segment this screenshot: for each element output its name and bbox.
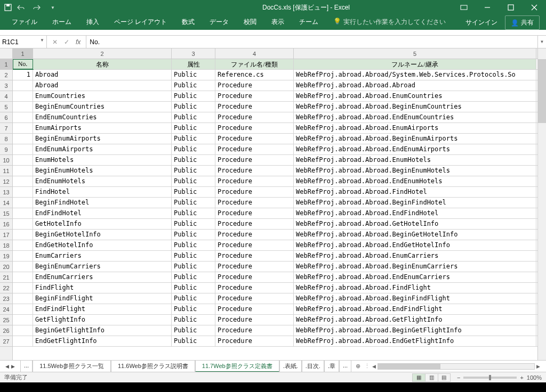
tab-data[interactable]: データ: [202, 14, 236, 30]
cell[interactable]: Public: [172, 208, 215, 218]
row-header[interactable]: 21: [0, 272, 12, 283]
share-button[interactable]: 👤 共有: [505, 15, 540, 30]
select-all-corner[interactable]: [0, 48, 12, 59]
cell[interactable]: WebRefProj.abroad.Abroad.EnumCarriers: [294, 251, 536, 261]
cell[interactable]: BeginGetHotelInfo: [33, 230, 172, 240]
cell[interactable]: [13, 176, 33, 186]
cell[interactable]: Public: [172, 251, 215, 261]
cell[interactable]: EndGetFlightInfo: [33, 336, 172, 346]
cell[interactable]: [13, 80, 33, 91]
row-header[interactable]: 9: [0, 144, 12, 155]
cell[interactable]: [13, 134, 33, 144]
row-header[interactable]: 16: [0, 219, 12, 230]
row-header[interactable]: 17: [0, 230, 12, 240]
cell[interactable]: Abroad: [33, 70, 172, 80]
vertical-scrollbar[interactable]: [537, 48, 546, 360]
cell[interactable]: Procedure: [215, 272, 294, 282]
cell[interactable]: [13, 293, 33, 304]
cell[interactable]: Procedure: [215, 262, 294, 272]
cell[interactable]: WebRefProj.abroad.Abroad.BeginEnumAirpor…: [294, 134, 536, 144]
cell[interactable]: [13, 187, 33, 197]
cell[interactable]: Procedure: [215, 134, 294, 144]
cell[interactable]: [13, 112, 33, 123]
ribbon-display-icon[interactable]: [452, 0, 476, 15]
cell[interactable]: Procedure: [215, 325, 294, 336]
cell[interactable]: WebRefProj.abroad.Abroad.EndGetHotelInfo: [294, 240, 536, 250]
row-header[interactable]: 20: [0, 262, 12, 272]
cell[interactable]: Public: [172, 198, 215, 208]
cell[interactable]: BeginGetFlightInfo: [33, 325, 172, 336]
cell[interactable]: WebRefProj.abroad.Abroad.FindHotel: [294, 187, 536, 197]
zoom-out-button[interactable]: −: [457, 374, 460, 381]
enter-icon[interactable]: ✓: [64, 38, 69, 46]
cell[interactable]: Procedure: [215, 315, 294, 325]
cell[interactable]: Public: [172, 336, 215, 346]
cell[interactable]: EnumHotels: [33, 155, 172, 165]
close-button[interactable]: [523, 0, 546, 15]
cell[interactable]: Public: [172, 304, 215, 314]
cell[interactable]: [13, 198, 33, 208]
row-header[interactable]: 26: [0, 325, 12, 336]
cell[interactable]: Procedure: [215, 80, 294, 91]
cell[interactable]: Abroad: [33, 80, 172, 91]
row-header[interactable]: 13: [0, 187, 12, 198]
sheet-tab-overflow[interactable]: ...: [20, 361, 33, 372]
tab-team[interactable]: チーム: [292, 14, 326, 30]
cell[interactable]: Procedure: [215, 144, 294, 154]
cell[interactable]: 名称: [33, 59, 172, 69]
cell[interactable]: Procedure: [215, 219, 294, 229]
cell[interactable]: ファイル名/種類: [215, 59, 294, 69]
cell[interactable]: WebRefProj.abroad.Abroad.EnumHotels: [294, 155, 536, 165]
sheet-tab[interactable]: 11.5Web参照クラス一覧: [33, 361, 111, 372]
cell[interactable]: EndEnumAirports: [33, 144, 172, 154]
cell[interactable]: Procedure: [215, 155, 294, 165]
row-header[interactable]: 25: [0, 315, 12, 325]
cell[interactable]: WebRefProj.abroad.Abroad.EndGetFlightInf…: [294, 336, 536, 346]
sheet-tab[interactable]: .目次.: [302, 361, 324, 372]
cell[interactable]: フルネーム/継承: [294, 59, 536, 69]
undo-icon[interactable]: [16, 3, 26, 12]
cell[interactable]: [13, 208, 33, 218]
row-header[interactable]: 19: [0, 251, 12, 262]
cell[interactable]: 属性: [172, 59, 215, 69]
pagebreak-view-icon[interactable]: ▤: [438, 373, 451, 382]
pagelayout-view-icon[interactable]: ▥: [425, 373, 438, 382]
cell[interactable]: GetFlightInfo: [33, 315, 172, 325]
cell[interactable]: Public: [172, 123, 215, 133]
cell[interactable]: BeginEnumCarriers: [33, 262, 172, 272]
cell[interactable]: WebRefProj.abroad.Abroad.GetHotelInfo: [294, 219, 536, 229]
cell[interactable]: WebRefProj.abroad.Abroad.EndEnumCarriers: [294, 272, 536, 282]
cell[interactable]: WebRefProj.abroad.Abroad.BeginFindFlight: [294, 293, 536, 304]
cell[interactable]: BeginEnumAirports: [33, 134, 172, 144]
cell[interactable]: WebRefProj.abroad.Abroad.BeginEnumCountr…: [294, 102, 536, 112]
tab-insert[interactable]: 挿入: [79, 14, 107, 30]
cell[interactable]: Public: [172, 102, 215, 112]
cell[interactable]: EndEnumCountries: [33, 112, 172, 123]
tab-nav-next-icon[interactable]: ▶: [11, 364, 15, 369]
save-icon[interactable]: [4, 4, 12, 11]
cell[interactable]: EnumCountries: [33, 91, 172, 101]
cancel-icon[interactable]: ✕: [52, 38, 58, 46]
cell[interactable]: [13, 230, 33, 240]
fx-icon[interactable]: fx: [76, 38, 81, 46]
cell[interactable]: BeginFindFlight: [33, 293, 172, 304]
cell[interactable]: [13, 102, 33, 112]
cell[interactable]: Procedure: [215, 208, 294, 218]
cell[interactable]: Procedure: [215, 166, 294, 176]
cell[interactable]: [13, 251, 33, 261]
cell[interactable]: EndEnumHotels: [33, 176, 172, 186]
zoom-slider[interactable]: [463, 377, 517, 379]
cell[interactable]: Procedure: [215, 102, 294, 112]
horizontal-scrollbar[interactable]: [378, 363, 535, 370]
row-header[interactable]: 15: [0, 208, 12, 219]
cell[interactable]: BeginEnumCountries: [33, 102, 172, 112]
cell[interactable]: WebRefProj.abroad.Abroad.EndEnumHotels: [294, 176, 536, 186]
cell[interactable]: Procedure: [215, 198, 294, 208]
row-header[interactable]: 1: [0, 59, 12, 70]
scroll-right-icon[interactable]: ▶: [535, 364, 542, 369]
cell[interactable]: [13, 325, 33, 336]
cell[interactable]: [13, 240, 33, 250]
col-header[interactable]: 3: [172, 48, 215, 59]
row-header[interactable]: 6: [0, 112, 12, 123]
cell[interactable]: Procedure: [215, 283, 294, 293]
